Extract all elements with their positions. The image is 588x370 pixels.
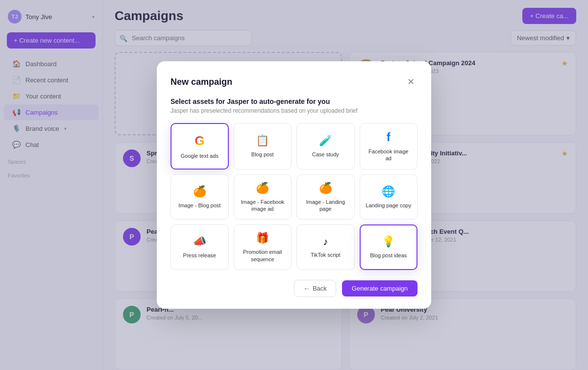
case-study-icon: 🧪 bbox=[319, 134, 332, 147]
asset-label: Promotion email sequence bbox=[239, 248, 287, 263]
asset-blog-post[interactable]: 📋 Blog post bbox=[234, 123, 292, 170]
press-release-icon: 📣 bbox=[193, 235, 206, 248]
modal-subtitle: Select assets for Jasper to auto-generat… bbox=[171, 98, 417, 105]
asset-press-release[interactable]: 📣 Press release bbox=[171, 224, 229, 270]
asset-blog-post-ideas[interactable]: 💡 Blog post ideas bbox=[360, 224, 418, 270]
asset-label: Case study bbox=[312, 151, 339, 158]
asset-tiktok-script[interactable]: ♪ TikTok script bbox=[296, 224, 355, 270]
asset-label: Press release bbox=[183, 252, 216, 259]
facebook-icon: f bbox=[387, 130, 391, 144]
new-campaign-modal: New campaign ✕ Select assets for Jasper … bbox=[157, 61, 431, 309]
asset-label: Landing page copy bbox=[366, 202, 411, 209]
asset-google-text-ads[interactable]: G Google text ads bbox=[171, 123, 229, 170]
promo-email-icon: 🎁 bbox=[256, 232, 269, 245]
blog-post-icon: 📋 bbox=[256, 134, 269, 147]
tiktok-icon: ♪ bbox=[323, 236, 328, 247]
landing-page-icon: 🌐 bbox=[382, 185, 395, 198]
generate-campaign-button[interactable]: Generate campaign bbox=[342, 280, 417, 296]
assets-grid: G Google text ads 📋 Blog post 🧪 Case stu… bbox=[171, 123, 417, 270]
modal-overlay: New campaign ✕ Select assets for Jasper … bbox=[0, 0, 588, 370]
image-landing-icon: 🍊 bbox=[319, 182, 332, 195]
back-label: Back bbox=[313, 285, 327, 292]
asset-promo-email[interactable]: 🎁 Promotion email sequence bbox=[234, 224, 292, 270]
asset-image-landing[interactable]: 🍊 Image - Landing page bbox=[296, 174, 355, 220]
close-modal-button[interactable]: ✕ bbox=[404, 75, 417, 89]
asset-label: Google text ads bbox=[181, 152, 219, 159]
modal-header: New campaign ✕ bbox=[171, 75, 417, 89]
modal-footer: ← Back Generate campaign bbox=[171, 280, 417, 297]
asset-landing-page-copy[interactable]: 🌐 Landing page copy bbox=[360, 174, 418, 220]
modal-title: New campaign bbox=[171, 77, 232, 87]
asset-label: Image - Landing page bbox=[302, 198, 349, 213]
asset-image-blog-post[interactable]: 🍊 Image - Blog post bbox=[171, 174, 229, 220]
asset-image-facebook[interactable]: 🍊 Image - Facebook image ad bbox=[234, 174, 292, 220]
back-button[interactable]: ← Back bbox=[294, 280, 336, 297]
image-blog-icon: 🍊 bbox=[193, 185, 206, 198]
asset-label: TikTok script bbox=[311, 251, 341, 258]
asset-label: Blog post bbox=[251, 151, 274, 158]
asset-label: Image - Facebook image ad bbox=[239, 198, 287, 213]
back-arrow-icon: ← bbox=[303, 285, 310, 292]
asset-label: Facebook image ad bbox=[365, 148, 413, 162]
image-facebook-icon: 🍊 bbox=[256, 182, 269, 195]
modal-desc: Jasper has preselected recommendations b… bbox=[171, 107, 417, 114]
google-icon: G bbox=[195, 133, 204, 148]
asset-label: Blog post ideas bbox=[370, 252, 407, 259]
asset-label: Image - Blog post bbox=[178, 202, 220, 209]
asset-case-study[interactable]: 🧪 Case study bbox=[296, 123, 355, 170]
asset-facebook-image-ad[interactable]: f Facebook image ad bbox=[360, 123, 418, 170]
blog-ideas-icon: 💡 bbox=[382, 235, 395, 248]
